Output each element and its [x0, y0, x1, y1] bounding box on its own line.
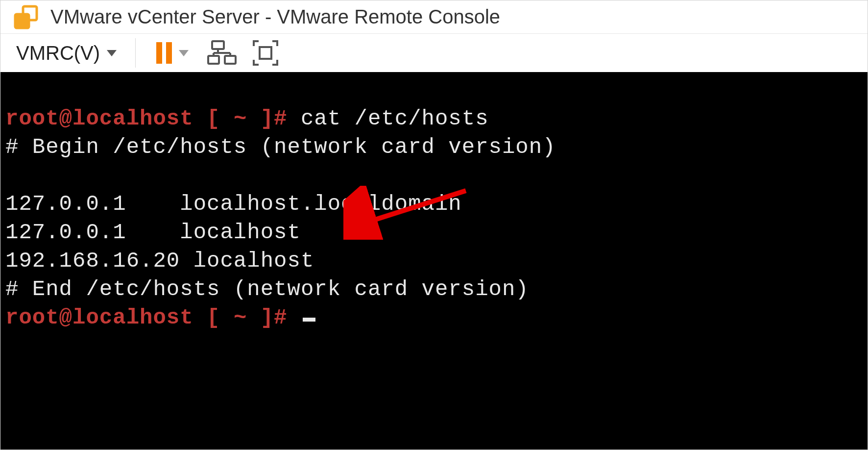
dropdown-caret-icon — [179, 50, 189, 56]
shell-prompt: root@localhost [ ~ ]# — [5, 305, 301, 330]
send-cad-button[interactable] — [203, 34, 241, 72]
shell-prompt: root@localhost [ ~ ]# — [5, 106, 301, 131]
svg-rect-3 — [156, 42, 162, 64]
fullscreen-button[interactable] — [246, 34, 285, 72]
pause-icon — [154, 41, 174, 65]
toolbar: VMRC(V) — [0, 33, 868, 72]
vmrc-menu-label: VMRC(V) — [16, 42, 100, 64]
terminal-line: 127.0.0.1 localhost — [5, 220, 301, 245]
title-bar: VMware vCenter Server - VMware Remote Co… — [0, 0, 868, 33]
shell-command: cat /etc/hosts — [301, 106, 489, 131]
dropdown-caret-icon — [107, 50, 117, 56]
svg-rect-5 — [212, 41, 224, 49]
terminal-line: 192.168.16.20 localhost — [5, 249, 314, 273]
network-devices-icon — [207, 39, 238, 67]
terminal-line: # End /etc/hosts (network card version) — [5, 277, 529, 301]
terminal-line: root@localhost [ ~ ]# — [5, 305, 315, 330]
svg-rect-1 — [15, 14, 29, 28]
terminal-line: 127.0.0.1 localhost.localdomain — [5, 192, 462, 216]
window-title: VMware vCenter Server - VMware Remote Co… — [50, 6, 500, 28]
terminal-line: # Begin /etc/hosts (network card version… — [5, 135, 556, 159]
svg-rect-12 — [260, 47, 271, 59]
terminal[interactable]: root@localhost [ ~ ]# cat /etc/hosts # B… — [0, 72, 868, 450]
vmrc-menu[interactable]: VMRC(V) — [12, 37, 126, 69]
app-icon — [12, 3, 40, 31]
app-window: VMware vCenter Server - VMware Remote Co… — [0, 0, 868, 450]
terminal-cursor — [303, 318, 315, 322]
svg-rect-4 — [166, 42, 172, 64]
svg-rect-6 — [208, 56, 219, 64]
pause-button[interactable] — [145, 34, 198, 72]
fullscreen-icon — [252, 39, 279, 67]
toolbar-separator — [135, 38, 136, 68]
svg-rect-7 — [225, 56, 236, 64]
terminal-line: root@localhost [ ~ ]# cat /etc/hosts — [5, 106, 489, 131]
